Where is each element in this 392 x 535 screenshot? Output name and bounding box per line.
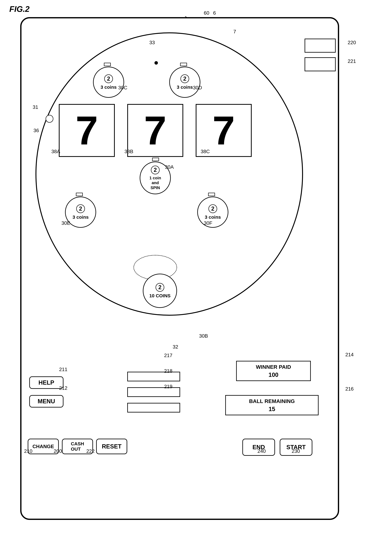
ref-214: 214: [345, 352, 354, 358]
ref-60: 60: [204, 10, 209, 16]
bumper-30A-label: 1 coinandSPIN: [149, 175, 161, 190]
ref-36: 36: [33, 128, 39, 133]
bumper-30C-num: 2: [104, 74, 113, 83]
rect-219: [127, 403, 180, 412]
ref-218: 218: [164, 368, 172, 374]
page-title: FIG.2: [9, 4, 30, 14]
display-box-220: [305, 39, 336, 53]
ref-200: 200: [54, 448, 62, 454]
ref-222: 222: [86, 448, 95, 454]
bumper-tab-30F: [208, 193, 215, 196]
circle-31: [46, 115, 53, 123]
winner-paid-title: WINNER PAID: [255, 363, 292, 371]
ref-211: 211: [59, 367, 67, 372]
bumper-30D-label: 3 coins: [177, 84, 193, 90]
bumper-tab-30C: [104, 63, 111, 66]
bumper-30B[interactable]: 2 10 COINS: [143, 274, 177, 308]
bumper-30B-num: 2: [156, 283, 164, 292]
bumper-30B-label: 10 COINS: [149, 293, 171, 298]
bumper-tab-30A: [152, 158, 159, 161]
bumper-30F-num: 2: [208, 204, 217, 213]
ref-230: 230: [292, 448, 300, 454]
ref-31: 31: [33, 104, 38, 110]
cashout-label: CASHOUT: [71, 441, 84, 452]
bumper-30C[interactable]: 2 3 coins: [93, 67, 124, 98]
bumper-30D[interactable]: 2 3 coins: [169, 67, 200, 98]
ref-30A: 30A: [165, 164, 174, 170]
menu-button[interactable]: MENU: [29, 395, 63, 407]
bumper-30E-label: 3 coins: [72, 214, 89, 220]
slot-38B-digit: 7: [144, 110, 167, 151]
help-button[interactable]: HELP: [29, 376, 63, 389]
display-box-221: [305, 57, 336, 71]
slot-38A: 7: [59, 104, 115, 157]
bumper-30D-num: 2: [180, 74, 189, 83]
ref-30E: 30E: [61, 220, 70, 226]
ref-212: 212: [59, 385, 67, 391]
slot-38C-digit: 7: [212, 110, 235, 151]
ref-38A: 38A: [51, 149, 60, 154]
ref-30F: 30F: [204, 220, 212, 226]
ball-remaining-title: BALL REMAINING: [248, 397, 296, 405]
ref-216: 216: [345, 386, 354, 392]
ref-210: 210: [24, 448, 32, 454]
machine-cabinet: 2 3 coins 2 3 coins 7 7 7 2 1 coinandSPI…: [20, 17, 339, 520]
bumper-30E-num: 2: [76, 204, 85, 213]
ref-240: 240: [257, 448, 266, 454]
ref-6: 6: [213, 10, 216, 16]
ball-remaining-value: 15: [268, 405, 276, 413]
bumper-30F-label: 3 coins: [205, 214, 221, 220]
bumper-30C-label: 3 coins: [100, 84, 117, 90]
ref-38C: 38C: [201, 149, 210, 154]
ref-217: 217: [164, 353, 172, 358]
ref-220: 220: [348, 40, 356, 45]
reset-button[interactable]: RESET: [96, 439, 127, 454]
bumper-30F[interactable]: 2 3 coins: [197, 197, 228, 228]
slot-38B: 7: [127, 104, 183, 157]
ball-remaining-box: BALL REMAINING 15: [225, 395, 319, 415]
ref-221: 221: [348, 58, 356, 64]
ref-33: 33: [149, 40, 155, 45]
dot-33: [154, 61, 158, 65]
winner-paid-box: WINNER PAID 100: [236, 361, 311, 381]
ref-30D: 30D: [193, 85, 202, 91]
ref-219: 219: [164, 384, 172, 389]
winner-paid-value: 100: [268, 371, 279, 379]
ref-32: 32: [173, 344, 178, 350]
bumper-tab-30E: [76, 193, 83, 196]
ref-30B: 30B: [199, 333, 208, 339]
ref-7: 7: [233, 29, 236, 35]
bumper-30A-num: 2: [151, 166, 160, 174]
slot-38A-digit: 7: [76, 110, 98, 151]
ref-30C: 30C: [118, 85, 127, 91]
bumper-tab-30D: [180, 63, 187, 66]
ref-38B: 38B: [124, 149, 133, 154]
